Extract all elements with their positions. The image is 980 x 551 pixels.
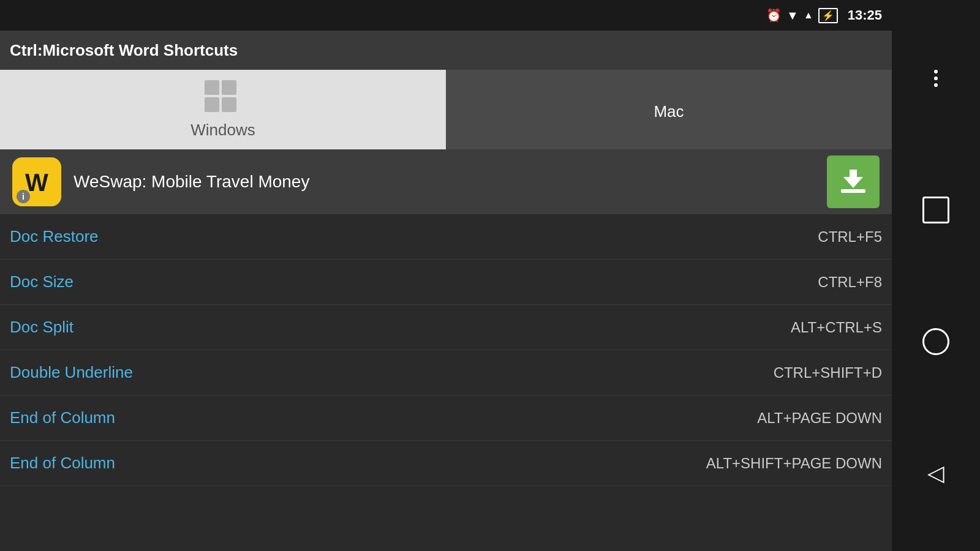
download-icon [837, 166, 869, 198]
windows-logo [205, 80, 241, 117]
shortcut-name: Double Underline [10, 363, 133, 382]
tab-windows-label: Windows [190, 121, 255, 140]
shortcut-name: Doc Restore [10, 227, 99, 246]
back-nav-button[interactable]: ◁ [919, 456, 953, 490]
shortcut-key: CTRL+F8 [818, 274, 882, 291]
ad-icon-shape: W i [12, 157, 61, 206]
shortcut-key: ALT+CTRL+S [791, 319, 882, 336]
shortcut-row[interactable]: End of ColumnALT+PAGE DOWN [0, 395, 892, 441]
battery-icon: ⚡ [818, 8, 838, 23]
back-icon: ◁ [927, 460, 944, 486]
alarm-icon: ⏰ [766, 8, 782, 23]
shortcuts-list: Doc RestoreCTRL+F5Doc SizeCTRL+F8Doc Spl… [0, 214, 892, 551]
circle-icon [922, 328, 949, 355]
tab-windows[interactable]: Windows [0, 70, 446, 149]
svg-text:i: i [22, 192, 24, 201]
tabs-container: Windows Mac [0, 70, 892, 149]
wifi-icon: ▼ [786, 9, 799, 23]
shortcut-row[interactable]: Double UnderlineCTRL+SHIFT+D [0, 350, 892, 395]
shortcut-name: End of Column [10, 454, 115, 473]
shortcut-name: End of Column [10, 408, 115, 427]
shortcut-key: CTRL+SHIFT+D [774, 364, 882, 381]
shortcut-row[interactable]: Doc RestoreCTRL+F5 [0, 214, 892, 260]
shortcut-row[interactable]: Doc SplitALT+CTRL+S [0, 305, 892, 350]
tab-mac[interactable]: Mac [446, 70, 892, 149]
shortcut-name: Doc Size [10, 272, 74, 291]
svg-marker-5 [843, 170, 863, 188]
square-icon [922, 197, 949, 223]
shortcut-key: ALT+PAGE DOWN [757, 410, 882, 427]
shortcut-name: Doc Split [10, 318, 74, 337]
more-options-button[interactable] [919, 61, 953, 96]
circle-nav-button[interactable] [919, 324, 953, 359]
right-side-nav: ◁ [892, 0, 980, 551]
ad-app-icon: W i [12, 157, 61, 206]
square-nav-button[interactable] [919, 193, 953, 227]
ad-download-button[interactable] [827, 156, 880, 208]
svg-rect-4 [841, 189, 865, 193]
shortcut-key: CTRL+F5 [818, 228, 882, 246]
shortcut-row[interactable]: Doc SizeCTRL+F8 [0, 260, 892, 305]
ad-app-name: WeSwap: Mobile Travel Money [74, 171, 815, 193]
ad-banner[interactable]: W i WeSwap: Mobile Travel Money [0, 149, 892, 214]
signal-icon: ▲ [804, 10, 813, 21]
status-time: 13:25 [848, 7, 882, 23]
shortcut-row[interactable]: End of ColumnALT+SHIFT+PAGE DOWN [0, 441, 892, 486]
svg-text:W: W [25, 169, 48, 196]
shortcut-key: ALT+SHIFT+PAGE DOWN [706, 455, 882, 472]
tab-mac-label: Mac [654, 102, 684, 121]
page-title: Ctrl:Microsoft Word Shortcuts [10, 41, 238, 60]
title-bar: Ctrl:Microsoft Word Shortcuts [0, 31, 892, 70]
status-bar: ⏰ ▼ ▲ ⚡ 13:25 [0, 0, 892, 31]
